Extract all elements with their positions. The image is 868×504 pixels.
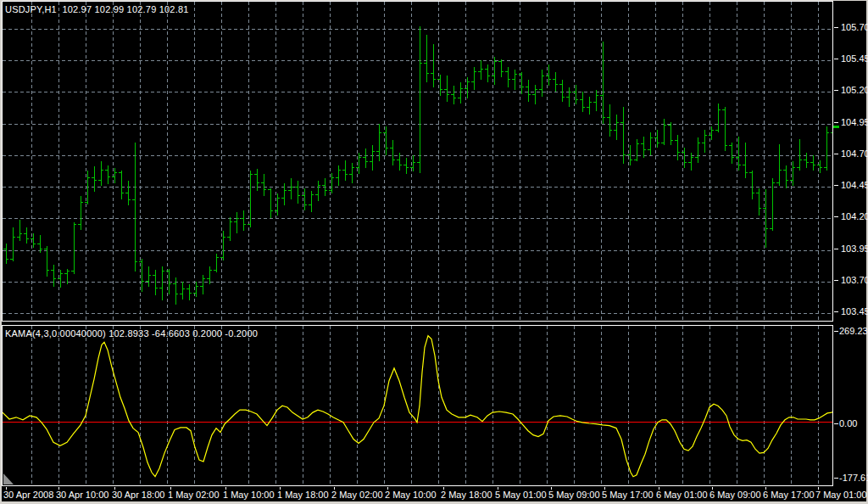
time-axis[interactable]: 30 Apr 200830 Apr 10:0030 Apr 18:001 May… xyxy=(2,488,851,501)
kama-line xyxy=(3,336,832,477)
time-axis-label: 5 May 17:00 xyxy=(602,490,654,500)
price-axis-tick xyxy=(834,27,838,28)
symbol-ohlc-header: USDJPY,H1 102.97 102.99 102.79 102.81 xyxy=(5,4,189,14)
price-axis-tick xyxy=(834,311,838,312)
time-axis-label: 6 May 01:00 xyxy=(656,490,708,500)
price-axis-label: 105.70 xyxy=(841,22,868,32)
price-axis-tick xyxy=(834,185,838,186)
time-axis-label: 2 May 18:00 xyxy=(441,490,492,500)
time-axis-label: 6 May 17:00 xyxy=(763,490,815,500)
time-axis-label: 30 Apr 10:00 xyxy=(56,490,108,500)
price-axis-label: 104.70 xyxy=(841,148,868,159)
indicator-axis-label: -177.618 xyxy=(839,473,868,483)
price-chart-pane[interactable]: USDJPY,H1 102.97 102.99 102.79 102.81 xyxy=(2,1,833,322)
time-axis-label: 1 May 18:00 xyxy=(277,490,329,500)
price-axis-label: 104.45 xyxy=(841,180,868,190)
price-axis-tick xyxy=(834,59,838,59)
indicator-axis-tick xyxy=(834,478,838,479)
price-chart-canvas[interactable] xyxy=(3,2,832,321)
indicator-value-axis[interactable]: 269.23650.00-177.618 xyxy=(834,322,868,487)
indicator-axis-label: 0.00 xyxy=(839,418,857,428)
price-axis-tick xyxy=(834,249,838,249)
price-axis-label: 105.20 xyxy=(841,85,868,95)
current-price-marker xyxy=(833,126,839,128)
indicator-header: KAMA(4,3,0.00040000) 102.8933 -64.6603 0… xyxy=(5,328,258,339)
indicator-axis-tick xyxy=(834,423,838,424)
price-axis-label: 105.45 xyxy=(841,53,868,64)
time-axis-label: 30 Apr 2008 xyxy=(3,490,53,500)
mt4-chart-window: USDJPY,H1 102.97 102.99 102.79 102.81 KA… xyxy=(0,0,868,504)
indicator-axis-label: 269.2365 xyxy=(839,326,868,336)
indicator-pane[interactable]: KAMA(4,3,0.00040000) 102.8933 -64.6603 0… xyxy=(2,325,833,486)
price-axis-tick xyxy=(834,216,838,217)
price-axis-label: 104.20 xyxy=(841,211,868,221)
price-axis-tick xyxy=(834,154,838,154)
price-axis-label: 103.95 xyxy=(841,244,868,254)
time-axis-label: 2 May 10:00 xyxy=(385,490,437,500)
time-axis-label: 1 May 02:00 xyxy=(168,490,220,500)
indicator-axis-tick xyxy=(834,331,838,332)
price-axis-label: 104.95 xyxy=(841,117,868,127)
time-axis-label: 7 May 01:00 xyxy=(815,490,867,500)
price-axis-label: 103.45 xyxy=(841,306,868,316)
time-axis-label: 30 Apr 18:00 xyxy=(112,490,164,500)
time-axis-label: 1 May 10:00 xyxy=(223,490,275,500)
time-axis-label: 2 May 02:00 xyxy=(331,490,383,500)
price-axis-tick xyxy=(834,122,838,123)
indicator-canvas[interactable] xyxy=(3,326,832,485)
price-axis-tick xyxy=(834,90,838,91)
time-axis-label: 5 May 09:00 xyxy=(548,490,600,500)
price-axis-label: 103.70 xyxy=(841,275,868,285)
time-axis-label: 6 May 09:00 xyxy=(709,490,761,500)
price-axis-tick xyxy=(834,280,838,281)
time-axis-label: 5 May 01:00 xyxy=(495,490,547,500)
